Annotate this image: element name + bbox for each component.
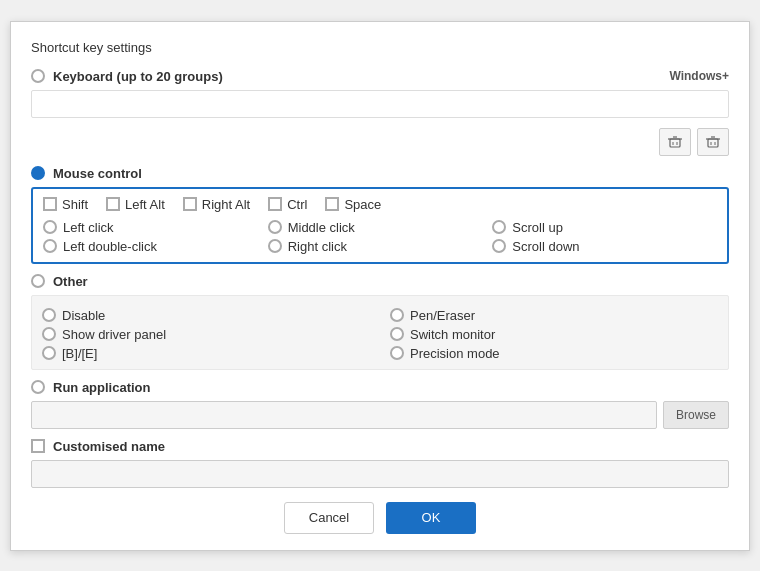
disable-label: Disable bbox=[62, 308, 105, 323]
customised-checkbox[interactable] bbox=[31, 439, 45, 453]
pen-eraser-label: Pen/Eraser bbox=[410, 308, 475, 323]
scroll-down-radio[interactable] bbox=[492, 239, 506, 253]
click-row: Left click Left double-click Middle clic… bbox=[43, 220, 717, 254]
space-checkbox[interactable] bbox=[325, 197, 339, 211]
switch-monitor-item: Switch monitor bbox=[390, 327, 718, 342]
keyboard-buttons bbox=[31, 128, 729, 156]
modifier-ctrl: Ctrl bbox=[268, 197, 307, 212]
pen-eraser-item: Pen/Eraser bbox=[390, 308, 718, 323]
windows-plus-label: Windows+ bbox=[669, 69, 729, 83]
space-label: Space bbox=[344, 197, 381, 212]
dialog-title: Shortcut key settings bbox=[31, 40, 729, 55]
keyboard-label: Keyboard (up to 20 groups) bbox=[53, 69, 223, 84]
customised-section: Customised name bbox=[31, 439, 729, 488]
keyboard-add-button[interactable] bbox=[659, 128, 691, 156]
run-header: Run application bbox=[31, 380, 729, 395]
show-driver-label: Show driver panel bbox=[62, 327, 166, 342]
rightalt-label: Right Alt bbox=[202, 197, 250, 212]
precision-item: Precision mode bbox=[390, 346, 718, 361]
run-input-field[interactable] bbox=[31, 401, 657, 429]
trash-icon bbox=[705, 134, 721, 150]
bie-radio[interactable] bbox=[42, 346, 56, 360]
click-col2: Middle click Right click bbox=[268, 220, 493, 254]
basket-icon bbox=[667, 134, 683, 150]
leftalt-checkbox[interactable] bbox=[106, 197, 120, 211]
left-click-radio[interactable] bbox=[43, 220, 57, 234]
customised-label: Customised name bbox=[53, 439, 165, 454]
other-radio[interactable] bbox=[31, 274, 45, 288]
other-label: Other bbox=[53, 274, 88, 289]
keyboard-radio[interactable] bbox=[31, 69, 45, 83]
mouse-header: Mouse control bbox=[31, 166, 729, 181]
svg-rect-0 bbox=[670, 139, 680, 147]
scroll-up-radio[interactable] bbox=[492, 220, 506, 234]
mouse-options-box: Shift Left Alt Right Alt Ctrl Space bbox=[31, 187, 729, 264]
scroll-down-label: Scroll down bbox=[512, 239, 579, 254]
switch-monitor-radio[interactable] bbox=[390, 327, 404, 341]
button-row: Cancel OK bbox=[31, 502, 729, 534]
keyboard-input[interactable] bbox=[31, 90, 729, 118]
right-click-radio[interactable] bbox=[268, 239, 282, 253]
middle-click-label: Middle click bbox=[288, 220, 355, 235]
leftalt-label: Left Alt bbox=[125, 197, 165, 212]
rightalt-checkbox[interactable] bbox=[183, 197, 197, 211]
modifier-shift: Shift bbox=[43, 197, 88, 212]
dialog: Shortcut key settings Keyboard (up to 20… bbox=[10, 21, 750, 551]
switch-monitor-label: Switch monitor bbox=[410, 327, 495, 342]
modifier-space: Space bbox=[325, 197, 381, 212]
disable-radio[interactable] bbox=[42, 308, 56, 322]
other-header: Other bbox=[31, 274, 729, 289]
cancel-button[interactable]: Cancel bbox=[284, 502, 374, 534]
mouse-label: Mouse control bbox=[53, 166, 142, 181]
run-radio[interactable] bbox=[31, 380, 45, 394]
customised-input-field[interactable] bbox=[31, 460, 729, 488]
mouse-radio[interactable] bbox=[31, 166, 45, 180]
ctrl-label: Ctrl bbox=[287, 197, 307, 212]
scroll-up-label: Scroll up bbox=[512, 220, 563, 235]
modifier-rightalt: Right Alt bbox=[183, 197, 250, 212]
left-double-click-radio[interactable] bbox=[43, 239, 57, 253]
run-label: Run application bbox=[53, 380, 151, 395]
other-grid: Disable Pen/Eraser Show driver panel Swi… bbox=[42, 308, 718, 361]
middle-click-radio[interactable] bbox=[268, 220, 282, 234]
ctrl-checkbox[interactable] bbox=[268, 197, 282, 211]
modifier-row: Shift Left Alt Right Alt Ctrl Space bbox=[43, 197, 717, 212]
scroll-down-item: Scroll down bbox=[492, 239, 717, 254]
run-input-row: Browse bbox=[31, 401, 729, 429]
pen-eraser-radio[interactable] bbox=[390, 308, 404, 322]
disable-item: Disable bbox=[42, 308, 370, 323]
click-col1: Left click Left double-click bbox=[43, 220, 268, 254]
ok-button[interactable]: OK bbox=[386, 502, 476, 534]
right-click-label: Right click bbox=[288, 239, 347, 254]
bie-label: [B]/[E] bbox=[62, 346, 97, 361]
customised-header: Customised name bbox=[31, 439, 729, 454]
modifier-leftalt: Left Alt bbox=[106, 197, 165, 212]
show-driver-radio[interactable] bbox=[42, 327, 56, 341]
precision-label: Precision mode bbox=[410, 346, 500, 361]
shift-label: Shift bbox=[62, 197, 88, 212]
keyboard-delete-button[interactable] bbox=[697, 128, 729, 156]
svg-rect-5 bbox=[708, 139, 718, 147]
scroll-up-item: Scroll up bbox=[492, 220, 717, 235]
mouse-section: Mouse control Shift Left Alt Right Alt bbox=[31, 166, 729, 264]
click-col3: Scroll up Scroll down bbox=[492, 220, 717, 254]
shift-checkbox[interactable] bbox=[43, 197, 57, 211]
left-click-label: Left click bbox=[63, 220, 114, 235]
left-click-item: Left click bbox=[43, 220, 268, 235]
bie-item: [B]/[E] bbox=[42, 346, 370, 361]
other-section: Other Disable Pen/Eraser Show driver pan… bbox=[31, 274, 729, 370]
left-double-click-item: Left double-click bbox=[43, 239, 268, 254]
left-double-click-label: Left double-click bbox=[63, 239, 157, 254]
show-driver-item: Show driver panel bbox=[42, 327, 370, 342]
browse-button[interactable]: Browse bbox=[663, 401, 729, 429]
other-options-box: Disable Pen/Eraser Show driver panel Swi… bbox=[31, 295, 729, 370]
middle-click-item: Middle click bbox=[268, 220, 493, 235]
run-section: Run application Browse bbox=[31, 380, 729, 429]
keyboard-section: Keyboard (up to 20 groups) Windows+ bbox=[31, 69, 729, 118]
keyboard-header: Keyboard (up to 20 groups) Windows+ bbox=[31, 69, 729, 84]
precision-radio[interactable] bbox=[390, 346, 404, 360]
right-click-item: Right click bbox=[268, 239, 493, 254]
